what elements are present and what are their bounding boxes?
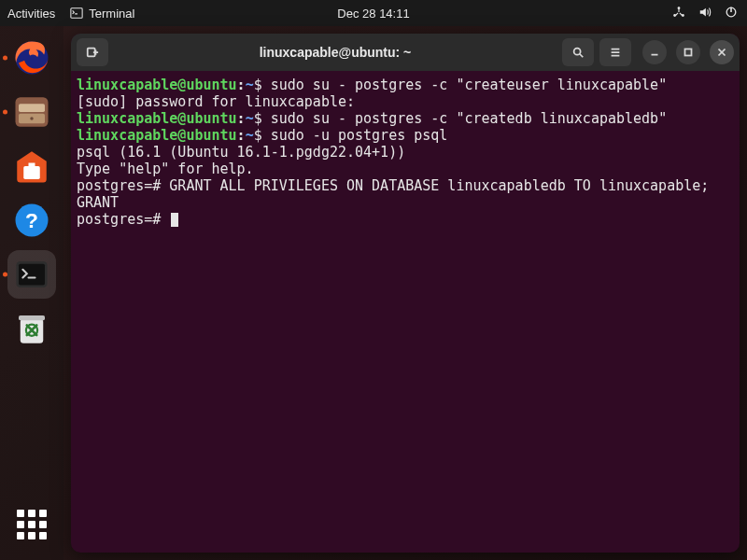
search-button[interactable] [562,38,594,66]
software-icon [12,147,51,186]
terminal-window: linuxcapable@ubuntu: ~ linuxcapable@ubun… [71,34,740,553]
dock-software[interactable] [7,142,56,190]
activities-button[interactable]: Activities [7,7,55,21]
terminal-line: psql (16.1 (Ubuntu 16.1-1.pgdg22.04+1)) [77,144,734,161]
terminal-body[interactable]: linuxcapable@ubuntu:~$ sudo su - postgre… [71,71,740,553]
running-indicator [3,110,7,115]
svg-rect-12 [29,163,35,168]
apps-grid-icon [17,510,47,539]
search-icon [571,46,585,59]
power-icon[interactable] [725,6,738,21]
running-indicator [3,56,7,61]
trash-icon [12,309,51,348]
terminal-line: postgres=# [77,211,734,228]
window-title: linuxcapable@ubuntu: ~ [114,45,557,60]
app-indicator-label: Terminal [89,7,134,21]
help-icon: ? [12,201,51,240]
files-icon [12,92,51,132]
minimize-button[interactable] [642,40,667,64]
running-indicator [3,273,7,277]
svg-line-24 [580,54,584,58]
app-indicator[interactable]: Terminal [70,7,134,21]
terminal-small-icon [70,7,83,20]
cursor [171,213,178,227]
svg-rect-29 [685,49,692,56]
menu-button[interactable] [599,38,631,66]
terminal-line: linuxcapable@ubuntu:~$ sudo su - postgre… [77,77,734,93]
terminal-line: [sudo] password for linuxcapable: [77,93,734,110]
minimize-icon [648,46,661,59]
svg-rect-8 [19,104,45,112]
hamburger-icon [609,46,622,59]
terminal-line: linuxcapable@ubuntu:~$ sudo -u postgres … [77,127,734,144]
dock-trash[interactable] [7,304,56,353]
terminal-line: GRANT [77,194,734,211]
svg-rect-11 [23,166,40,179]
dock-terminal[interactable] [7,250,56,299]
close-button[interactable] [710,40,734,64]
dock-firefox[interactable] [7,34,56,82]
dock-files[interactable] [7,88,56,136]
clock[interactable]: Dec 28 14:11 [337,7,409,21]
dock: ? [0,26,63,560]
new-tab-button[interactable] [77,38,108,66]
svg-rect-16 [19,264,45,286]
dock-help[interactable]: ? [7,196,56,245]
network-icon[interactable] [672,6,685,21]
new-tab-icon [86,46,99,59]
maximize-button[interactable] [676,40,700,64]
terminal-line: linuxcapable@ubuntu:~$ sudo su - postgre… [77,110,734,127]
firefox-icon [12,38,51,77]
maximize-icon [682,46,695,59]
terminal-icon [12,255,51,294]
svg-rect-0 [71,8,82,19]
svg-point-23 [574,49,581,55]
top-panel: Activities Terminal Dec 28 14:11 [0,0,747,26]
svg-text:?: ? [25,208,38,232]
volume-icon[interactable] [698,6,712,21]
svg-point-10 [30,117,34,120]
show-applications[interactable] [7,500,56,549]
terminal-line: postgres=# GRANT ALL PRIVILEGES ON DATAB… [77,177,734,194]
svg-rect-18 [19,315,45,320]
terminal-line: Type "help" for help. [77,161,734,177]
close-icon [715,46,728,59]
titlebar: linuxcapable@ubuntu: ~ [71,34,740,71]
